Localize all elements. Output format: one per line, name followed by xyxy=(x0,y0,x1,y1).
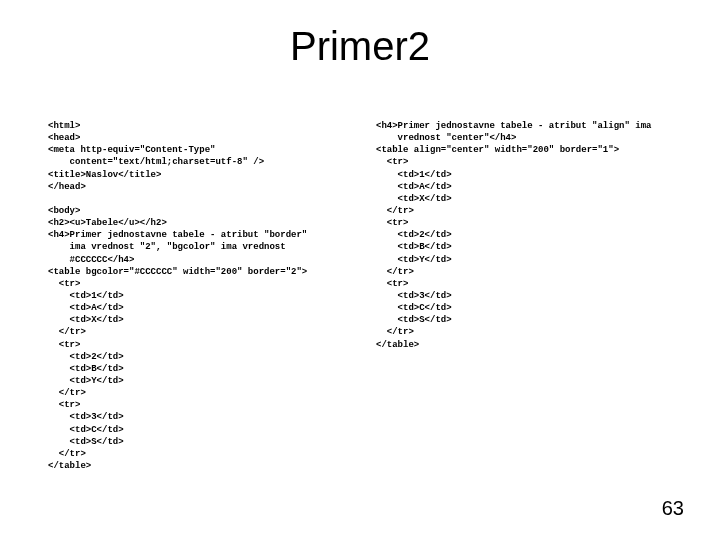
code-columns: <html> <head> <meta http-equiv="Content-… xyxy=(48,120,672,472)
slide-title: Primer2 xyxy=(0,24,720,69)
page-number: 63 xyxy=(662,497,684,520)
code-column-left: <html> <head> <meta http-equiv="Content-… xyxy=(48,120,344,472)
slide: Primer2 <html> <head> <meta http-equiv="… xyxy=(0,0,720,540)
code-column-right: <h4>Primer jednostavne tabele - atribut … xyxy=(376,120,672,472)
